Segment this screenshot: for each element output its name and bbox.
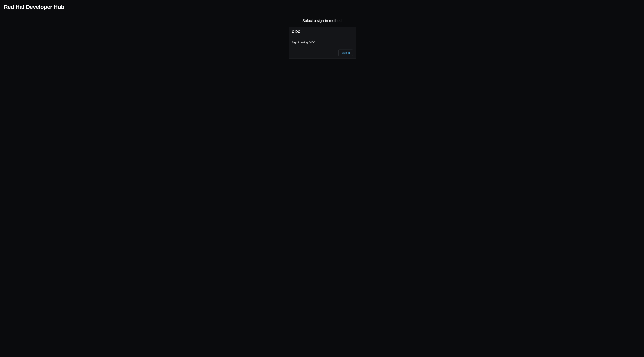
- signin-provider-card: OIDC Sign in using OIDC Sign In: [288, 27, 356, 59]
- app-title: Red Hat Developer Hub: [4, 4, 640, 10]
- signin-prompt: Select a sign-in method: [302, 18, 342, 23]
- app-header: Red Hat Developer Hub: [0, 0, 644, 14]
- card-body: Sign in using OIDC Sign In: [289, 37, 356, 58]
- signin-content: Select a sign-in method OIDC Sign in usi…: [0, 14, 644, 59]
- provider-description: Sign in using OIDC: [292, 41, 353, 44]
- provider-name: OIDC: [292, 30, 353, 34]
- signin-button[interactable]: Sign In: [338, 50, 353, 56]
- card-header: OIDC: [289, 27, 356, 37]
- card-actions: Sign In: [292, 50, 353, 56]
